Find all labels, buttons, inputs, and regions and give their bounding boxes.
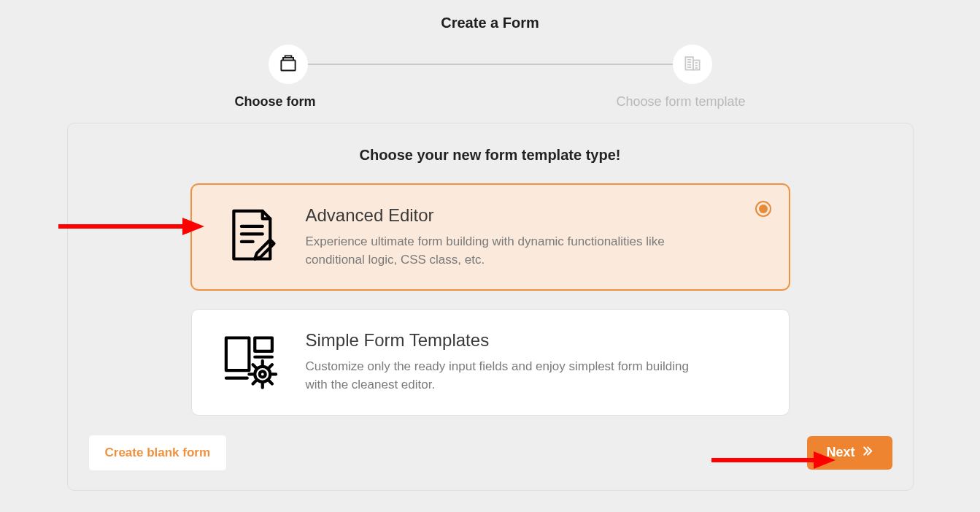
page-title: Create a Form — [0, 0, 980, 31]
svg-rect-0 — [281, 61, 295, 71]
radio-selected-icon — [755, 201, 771, 217]
panel-footer: Create blank form Next — [88, 435, 892, 471]
option-body: Advanced Editor Experience ultimate form… — [306, 205, 757, 269]
option-description: Customize only the ready input fields an… — [306, 358, 700, 394]
forms-stack-icon — [278, 53, 298, 76]
wizard-panel: Choose your new form template type! Adva… — [67, 123, 914, 491]
svg-rect-3 — [225, 338, 249, 371]
step-label-2: Choose form template — [616, 94, 745, 110]
panel-heading: Choose your new form template type! — [88, 147, 892, 164]
option-body: Simple Form Templates Customize only the… — [306, 330, 757, 394]
option-list: Advanced Editor Experience ultimate form… — [191, 184, 790, 416]
chevron-double-right-icon — [861, 445, 873, 461]
create-blank-form-button[interactable]: Create blank form — [88, 435, 228, 471]
option-title: Advanced Editor — [306, 205, 757, 226]
stepper-line — [308, 64, 673, 65]
layout-gear-icon — [218, 330, 284, 391]
step-label-1: Choose form — [235, 94, 316, 110]
option-title: Simple Form Templates — [306, 330, 757, 351]
option-description: Experience ultimate form building with d… — [306, 233, 700, 269]
option-advanced-editor[interactable]: Advanced Editor Experience ultimate form… — [191, 184, 790, 290]
option-simple-templates[interactable]: Simple Form Templates Customize only the… — [191, 309, 790, 415]
svg-rect-4 — [255, 338, 272, 351]
building-icon — [682, 53, 703, 76]
svg-point-5 — [255, 367, 270, 382]
step-labels-row: Choose form Choose form template — [235, 94, 746, 110]
step-circle-1[interactable] — [269, 45, 308, 84]
document-edit-icon — [218, 205, 284, 267]
next-button-label: Next — [826, 445, 854, 460]
svg-point-6 — [259, 372, 265, 378]
stepper — [0, 45, 980, 84]
step-circle-2[interactable] — [673, 45, 712, 84]
next-button[interactable]: Next — [807, 436, 892, 470]
